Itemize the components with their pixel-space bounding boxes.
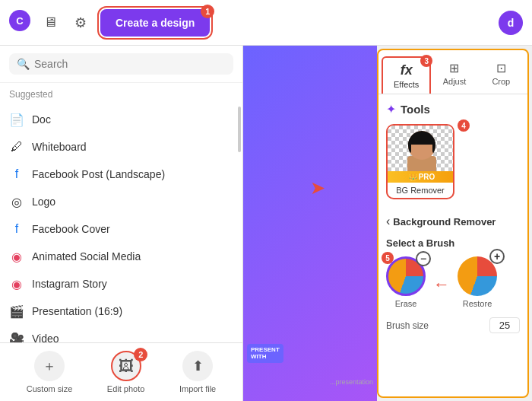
facebook-icon: f [9, 167, 24, 182]
left-panel: 🔍 Suggested 📄 Doc 🖊 Whiteboard f Faceboo… [0, 46, 243, 401]
brush-options: − Erase 5 ← + Restore [386, 256, 520, 308]
whiteboard-icon: 🖊 [9, 139, 24, 154]
item-label: Doc [32, 113, 51, 126]
item-label: Animated Social Media [32, 250, 141, 263]
adjust-icon: ⊞ [449, 61, 459, 75]
brush-size-value: 25 [489, 317, 520, 333]
restore-label: Restore [463, 299, 492, 308]
badge-2: 2 [134, 348, 147, 361]
search-bar: 🔍 [0, 46, 242, 83]
logo: C [9, 10, 30, 35]
erase-label: Erase [395, 299, 417, 308]
plus-icon: ＋ [34, 351, 65, 381]
list-item[interactable]: ◉ Instagram Story [0, 270, 242, 298]
logo-area: C [9, 10, 30, 35]
fx-icon: fx [401, 62, 413, 78]
settings-icon[interactable]: ⚙ [68, 11, 93, 35]
item-label: Instagram Story [32, 278, 107, 290]
list-item[interactable]: f Facebook Post (Landscape) [0, 161, 242, 188]
brush-size-label: Brush size [386, 320, 429, 331]
avatar[interactable]: d [499, 11, 523, 35]
erase-brush-icon: − [386, 256, 426, 296]
search-wrap: 🔍 [9, 53, 233, 75]
video-icon: 🎥 [9, 331, 24, 342]
item-label: Presentation (16:9) [32, 305, 122, 317]
pro-label: PRO [419, 173, 435, 181]
list-item[interactable]: ◎ Logo [0, 188, 242, 215]
brush-size-row: Brush size 25 [386, 317, 520, 333]
center-canvas: ➤ PRESENTWITH ...presentation [243, 46, 377, 401]
list-item[interactable]: 🎬 Presentation (16:9) [0, 298, 242, 325]
canvas-text: PRESENTWITH [247, 344, 283, 363]
tab-adjust[interactable]: ⊞ Adjust [431, 56, 477, 94]
sparkle-icon: ✦ [386, 102, 396, 116]
badge-5: 5 [382, 252, 394, 264]
edit-photo-button[interactable]: 🖼 Edit photo 2 [107, 351, 145, 393]
erase-symbol: − [416, 251, 431, 266]
top-bar: C 🖥 ⚙ Create a design 1 d [0, 0, 532, 46]
bg-section-header: ‹ Background Remover [386, 215, 520, 228]
restore-brush[interactable]: + Restore [458, 256, 497, 308]
brush-section-title: Select a Brush [386, 237, 520, 249]
badge-1: 1 [201, 5, 214, 18]
tab-crop-label: Crop [492, 77, 510, 86]
upload-icon: ⬆ [182, 351, 213, 381]
pro-badge: 👑 PRO [388, 171, 454, 183]
edit-photo-label: Edit photo [107, 384, 145, 393]
item-label: Whiteboard [32, 141, 87, 153]
custom-size-label: Custom size [27, 384, 73, 393]
bg-remover-label: BG Remover [388, 183, 453, 198]
canvas-content: ➤ PRESENTWITH ...presentation [243, 46, 377, 401]
main-area: 🔍 Suggested 📄 Doc 🖊 Whiteboard f Faceboo… [0, 46, 532, 401]
crop-icon: ⊡ [496, 61, 506, 75]
list-item[interactable]: 🎥 Video [0, 325, 242, 342]
bg-remover-card[interactable]: 👑 PRO BG Remover [386, 124, 454, 199]
tab-effects[interactable]: fx Effects 3 [382, 56, 431, 94]
back-arrow-icon[interactable]: ‹ [386, 215, 390, 228]
crown-icon: 👑 [409, 173, 417, 181]
item-label: Video [32, 333, 59, 342]
list-item[interactable]: 🖊 Whiteboard [0, 133, 242, 161]
custom-size-button[interactable]: ＋ Custom size [27, 351, 73, 393]
scroll-indicator [238, 107, 241, 152]
tab-effects-label: Effects [394, 80, 419, 89]
svg-text:C: C [16, 15, 24, 27]
monitor-icon[interactable]: 🖥 [38, 11, 62, 35]
suggested-label: Suggested [9, 89, 233, 100]
search-icon: 🔍 [17, 58, 30, 70]
right-content: ✦ Tools [378, 94, 527, 396]
search-input[interactable] [34, 58, 226, 70]
import-label: Import file [179, 384, 216, 393]
instagram-icon: ◉ [9, 249, 24, 264]
restore-symbol: + [489, 249, 505, 264]
tools-title: Tools [401, 103, 430, 116]
right-panel: fx Effects 3 ⊞ Adjust ⊡ Crop ✦ Tools [377, 49, 529, 398]
menu-list: 📄 Doc 🖊 Whiteboard f Facebook Post (Land… [0, 106, 242, 342]
import-file-button[interactable]: ⬆ Import file [179, 351, 216, 393]
list-item[interactable]: 📄 Doc [0, 106, 242, 133]
bottom-toolbar: ＋ Custom size 🖼 Edit photo 2 ⬆ Import fi… [0, 342, 242, 401]
restore-brush-icon: + [458, 256, 497, 296]
presentation-icon: 🎬 [9, 304, 24, 319]
badge-3: 3 [420, 55, 432, 67]
logo-icon: ◎ [9, 194, 24, 209]
tab-crop[interactable]: ⊡ Crop [478, 56, 524, 94]
instagram-story-icon: ◉ [9, 276, 24, 291]
restore-arrow-icon: ← [433, 275, 450, 294]
list-item[interactable]: f Facebook Cover [0, 215, 242, 243]
right-tabs: fx Effects 3 ⊞ Adjust ⊡ Crop [378, 50, 527, 94]
bg-remover-image: 👑 PRO [388, 126, 454, 183]
list-item[interactable]: ◉ Animated Social Media [0, 243, 242, 270]
canvas-presentation-label: ...presentation [330, 378, 373, 386]
tools-header: ✦ Tools [386, 102, 520, 116]
bg-section-title: Background Remover [393, 216, 496, 228]
erase-brush[interactable]: − Erase 5 [386, 256, 426, 308]
tab-adjust-label: Adjust [443, 77, 467, 86]
item-label: Facebook Post (Landscape) [32, 168, 165, 180]
badge-4: 4 [458, 119, 470, 132]
annotation-arrow: ➤ [310, 177, 325, 199]
item-label: Logo [32, 196, 55, 208]
top-bar-left: C 🖥 ⚙ Create a design 1 [9, 9, 491, 37]
doc-icon: 📄 [9, 112, 24, 127]
create-design-button[interactable]: Create a design [100, 9, 210, 37]
